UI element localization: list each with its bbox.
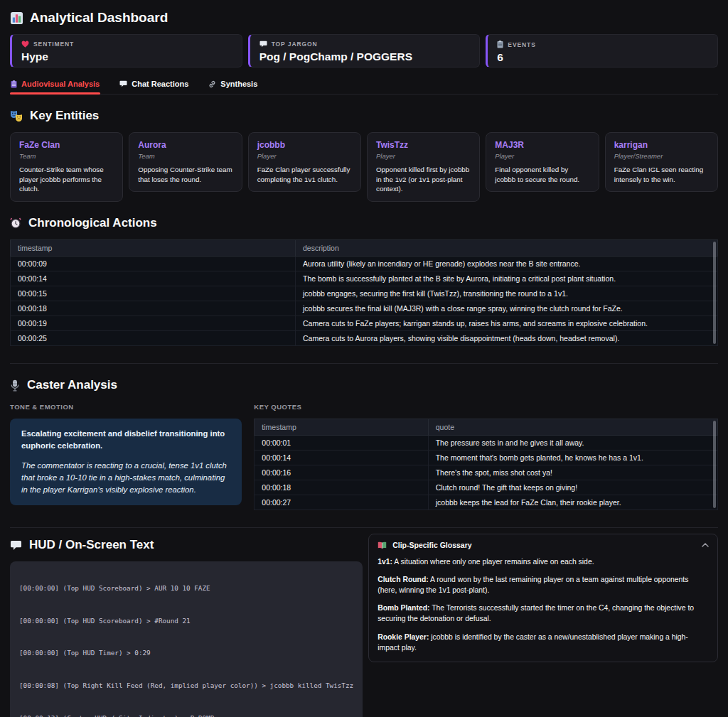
tab-label: Chat Reactions	[132, 80, 188, 88]
cell-timestamp[interactable]: 00:00:15	[11, 286, 296, 301]
hud-grid: HUD / On-Screen Text [00:00:00] (Top HUD…	[10, 534, 718, 717]
key-quotes-column: KEY QUOTES timestamp quote 00:00:01 The …	[254, 401, 718, 510]
masks-icon	[10, 110, 23, 122]
entity-card: Aurora Team Opposing Counter-Strike team…	[129, 132, 242, 192]
column-header-quote[interactable]: quote	[428, 419, 717, 436]
cell-text[interactable]: jcobbb keeps the lead for FaZe Clan, the…	[428, 495, 717, 510]
hud-column: HUD / On-Screen Text [00:00:00] (Top HUD…	[10, 534, 363, 717]
tab-label: Synthesis	[220, 80, 257, 88]
hud-heading: HUD / On-Screen Text	[10, 538, 363, 552]
table-row[interactable]: 00:00:16 There's the spot, miss shot cos…	[255, 465, 718, 480]
quotes-table: timestamp quote 00:00:01 The pressure se…	[254, 419, 718, 510]
entity-name: MAJ3R	[495, 140, 589, 150]
dashboard-root: Analytical Dashboard SENTIMENT Hype TOP …	[0, 0, 728, 717]
actions-table: timestamp description 00:00:09 Aurora ut…	[10, 239, 718, 346]
glossary-expander-header[interactable]: Clip-Specific Glossary	[369, 534, 717, 556]
cell-timestamp[interactable]: 00:00:25	[11, 331, 296, 346]
table-row[interactable]: 00:00:19 Camera cuts to FaZe players; ka…	[11, 316, 718, 331]
section-title-text: Caster Analysis	[27, 378, 117, 392]
cell-text[interactable]: Clutch round! The gift that keeps on giv…	[428, 480, 717, 495]
table-scrollbar[interactable]	[713, 421, 716, 508]
tab-synthesis[interactable]: Synthesis	[208, 77, 258, 94]
column-header-timestamp[interactable]: timestamp	[255, 419, 428, 436]
chevron-up-icon	[702, 543, 709, 547]
table-row[interactable]: 00:00:27 jcobbb keeps the lead for FaZe …	[255, 495, 718, 510]
glossary-term: 1v1:	[378, 558, 392, 566]
metric-sentiment: SENTIMENT Hype	[10, 34, 242, 68]
entity-card: karrigan Player/Streamer FaZe Clan IGL s…	[605, 132, 718, 192]
table-row[interactable]: 00:00:09 Aurora utility (likely an incen…	[11, 257, 718, 271]
tab-audiovisual-analysis[interactable]: Audiovisual Analysis	[10, 77, 100, 94]
cell-timestamp[interactable]: 00:00:27	[255, 495, 428, 510]
cell-timestamp[interactable]: 00:00:14	[11, 271, 296, 286]
entity-description: Counter-Strike team whose player jcobbb …	[19, 165, 114, 194]
cell-timestamp[interactable]: 00:00:19	[11, 316, 296, 331]
glossary-term: Clutch Round:	[378, 576, 429, 583]
table-row[interactable]: 00:00:15 jcobbb engages, securing the fi…	[11, 286, 718, 301]
tone-emotion-column: TONE & EMOTION Escalating excitement and…	[10, 401, 242, 510]
cell-text[interactable]: Aurora utility (likely an incendiary or …	[295, 257, 717, 271]
link-icon	[208, 80, 216, 88]
cell-text[interactable]: The bomb is successfully planted at the …	[295, 271, 717, 286]
metric-events: EVENTS 6	[486, 34, 718, 68]
entity-card: MAJ3R Player Final opponent killed by jc…	[486, 132, 599, 192]
tone-detail: The commentator is reacting to a crucial…	[21, 460, 230, 496]
table-row[interactable]: 00:00:18 jcobbb secures the final kill (…	[11, 301, 718, 316]
entity-name: jcobbb	[257, 140, 352, 150]
glossary-body: 1v1: A situation where only one player r…	[369, 556, 717, 662]
metric-top-jargon: TOP JARGON Pog / PogChamp / POGGERS	[248, 34, 481, 68]
entity-description: Final opponent killed by jcobbb to secur…	[495, 165, 589, 184]
glossary-term-entry: 1v1: A situation where only one player r…	[378, 556, 709, 567]
table-row[interactable]: 00:00:01 The pressure sets in and he giv…	[255, 436, 718, 451]
table-scrollbar[interactable]	[713, 242, 716, 344]
entity-type: Player	[257, 152, 352, 160]
cell-text[interactable]: jcobbb secures the final kill (MAJ3R) wi…	[295, 301, 717, 316]
heart-icon	[21, 41, 29, 48]
cell-timestamp[interactable]: 00:00:18	[11, 301, 296, 316]
entity-name: Aurora	[138, 140, 232, 150]
glossary-term-entry: Clutch Round: A round won by the last re…	[378, 574, 709, 595]
cell-timestamp[interactable]: 00:00:14	[255, 451, 428, 465]
cell-text[interactable]: Camera cuts to FaZe players; karrigan st…	[295, 316, 717, 331]
table-row[interactable]: 00:00:14 The moment that's bomb gets pla…	[255, 451, 718, 465]
entity-description: FaZe Clan IGL seen reacting intensely to…	[614, 165, 709, 184]
entity-type: Player	[495, 152, 589, 160]
cell-timestamp[interactable]: 00:00:01	[255, 436, 428, 451]
bar-chart-icon	[10, 11, 23, 25]
clipboard-icon	[497, 41, 503, 48]
entity-grid: FaZe Clan Team Counter-Strike team whose…	[10, 132, 718, 202]
glossary-term-entry: Rookie Player: jcobbb is identified by t…	[378, 632, 709, 653]
table-row[interactable]: 00:00:14 The bomb is successfully plante…	[11, 271, 718, 286]
cell-timestamp[interactable]: 00:00:09	[11, 257, 296, 271]
metric-value: Pog / PogChamp / POGGERS	[259, 50, 471, 63]
column-header-timestamp[interactable]: timestamp	[11, 240, 296, 257]
speech-balloon-icon	[259, 41, 267, 48]
cell-text[interactable]: The pressure sets in and he gives it all…	[428, 436, 717, 451]
metric-label-text: EVENTS	[508, 41, 535, 48]
alarm-clock-icon	[10, 217, 21, 229]
cell-timestamp[interactable]: 00:00:18	[255, 480, 428, 495]
cell-text[interactable]: jcobbb engages, securing the first kill …	[295, 286, 717, 301]
table-row[interactable]: 00:00:25 Camera cuts to Aurora players, …	[11, 331, 718, 346]
chronological-actions-heading: Chronological Actions	[10, 216, 718, 230]
table-row[interactable]: 00:00:18 Clutch round! The gift that kee…	[255, 480, 718, 495]
caster-analysis-heading: Caster Analysis	[10, 378, 718, 392]
section-divider	[10, 363, 718, 364]
section-title-text: Chronological Actions	[28, 216, 157, 230]
entity-type: Player/Streamer	[614, 152, 709, 160]
cell-text[interactable]: There's the spot, miss shot cost ya!	[428, 465, 717, 480]
entity-description: Opponent killed first by jcobbb in the 1…	[376, 165, 471, 194]
section-title-text: HUD / On-Screen Text	[29, 538, 154, 552]
column-header-description[interactable]: description	[295, 240, 717, 257]
hud-code-line: [00:00:00] (Top HUD Timer) > 0:29	[19, 649, 353, 657]
entity-name: karrigan	[614, 140, 709, 150]
metrics-row: SENTIMENT Hype TOP JARGON Pog / PogChamp…	[10, 34, 718, 68]
cell-text[interactable]: Camera cuts to Aurora players, showing v…	[295, 331, 717, 346]
cell-text[interactable]: The moment that's bomb gets planted, he …	[428, 451, 717, 465]
entity-type: Team	[138, 152, 232, 160]
tab-chat-reactions[interactable]: Chat Reactions	[119, 77, 189, 94]
hud-code-line: [00:00:00] (Top HUD Scoreboard) > #Round…	[19, 617, 353, 625]
page-title: Analytical Dashboard	[10, 10, 718, 26]
glossary-definition: A situation where only one player remain…	[392, 558, 594, 566]
cell-timestamp[interactable]: 00:00:16	[255, 465, 428, 480]
